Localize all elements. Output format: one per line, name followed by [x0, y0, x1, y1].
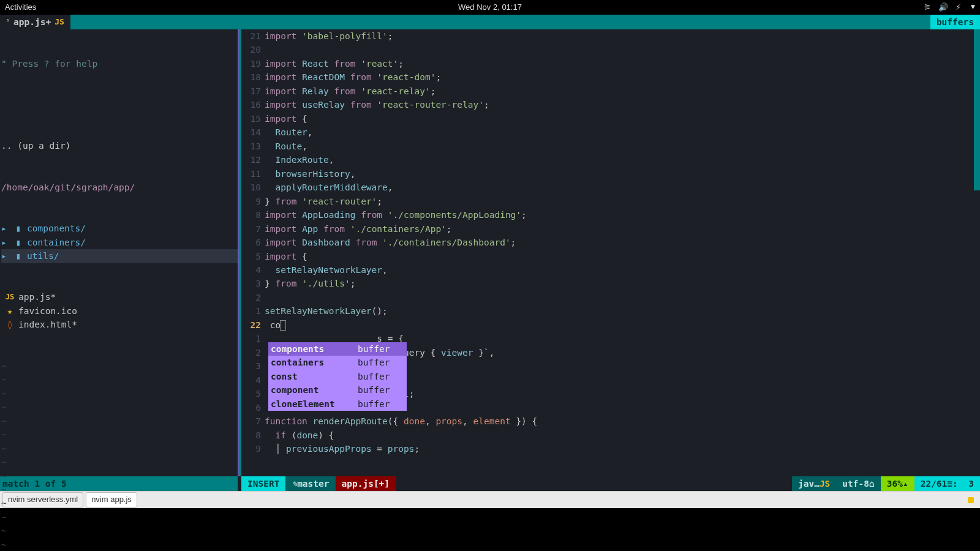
- line-number: 1: [241, 332, 265, 345]
- nerdtree-dir[interactable]: ▸ ▮ containers/: [1, 236, 238, 249]
- line-number: 8: [241, 429, 265, 442]
- code-line[interactable]: 15import {: [241, 112, 980, 126]
- dir-name: utils/: [27, 249, 59, 263]
- code-content: [265, 43, 980, 56]
- code-line[interactable]: 16import useRelay from 'react-router-rel…: [241, 98, 980, 111]
- js-icon: JS: [820, 477, 830, 490]
- code-line[interactable]: 1setRelayNetworkLayer();: [241, 304, 980, 318]
- chevron-right-icon: ▸: [1, 236, 10, 249]
- chevron-up-icon: ▴: [903, 477, 908, 490]
- nerdtree-updir[interactable]: .. (up a dir): [1, 139, 238, 152]
- completion-item[interactable]: componentbuffer: [268, 383, 407, 397]
- empty-line-tilde: ~: [1, 414, 238, 428]
- html-icon: ◊: [1, 318, 18, 331]
- nerdtree-file[interactable]: ★ favicon.ico: [1, 304, 238, 318]
- code-line[interactable]: 17import Relay from 'react-relay';: [241, 84, 980, 98]
- editor-scrollbar[interactable]: [974, 29, 980, 476]
- system-menu-icon[interactable]: ▼: [971, 3, 975, 12]
- nerdtree-dir[interactable]: ▸ ▮ components/: [1, 222, 238, 235]
- completion-kind: buffer: [358, 356, 404, 369]
- nerdtree-dir[interactable]: ▸ ▮ utils/: [1, 249, 238, 263]
- volume-icon[interactable]: 🔊: [938, 1, 948, 13]
- scrollbar-thumb[interactable]: [974, 29, 980, 190]
- code-line[interactable]: 18import ReactDOM from 'react-dom';: [241, 70, 980, 84]
- activities-button[interactable]: Activities: [5, 1, 36, 13]
- line-icon: ≡: [947, 477, 952, 490]
- line-number: 15: [241, 112, 265, 126]
- tab-index: ¹: [6, 17, 10, 27]
- completion-popup[interactable]: componentsbuffercontainersbufferconstbuf…: [268, 342, 407, 411]
- clock[interactable]: Wed Nov 2, 01:17: [458, 1, 522, 13]
- code-content: function renderAppRoute({ done, props, e…: [265, 414, 980, 428]
- code-line[interactable]: 4 setRelayNetworkLayer,: [241, 263, 980, 277]
- wifi-icon[interactable]: ⚞: [924, 1, 931, 13]
- empty-line-tilde: ~: [1, 442, 238, 455]
- encoding-status: utf-8 ⌂: [836, 476, 880, 491]
- bell-indicator-icon: [968, 497, 974, 503]
- code-line[interactable]: 21import 'babel-polyfill';: [241, 29, 980, 43]
- nerdtree-root-path: /home/oak/git/sgraph/app/: [1, 181, 238, 194]
- code-content: applyRouterMiddleware,: [265, 181, 980, 194]
- code-line[interactable]: 6import Dashboard from './containers/Das…: [241, 236, 980, 249]
- chevron-right-icon: ▸: [1, 249, 10, 263]
- line-number: 14: [241, 126, 265, 139]
- completion-item[interactable]: componentsbuffer: [268, 342, 407, 356]
- code-line[interactable]: 9} from 'react-router';: [241, 195, 980, 208]
- star-icon: ★: [1, 304, 18, 318]
- git-branch: ✎ master: [285, 476, 335, 491]
- tab-filename: app.js+: [13, 15, 51, 29]
- nerdtree-file[interactable]: ◊ index.html*: [1, 318, 238, 331]
- editor-pane[interactable]: 21import 'babel-polyfill';2019import Rea…: [241, 29, 980, 476]
- code-content: │ previousAppProps = props;: [265, 442, 980, 455]
- line-number: 5: [241, 250, 265, 263]
- battery-icon[interactable]: ⚡: [956, 1, 961, 13]
- line-number: 1: [241, 304, 265, 318]
- cursor: [280, 320, 286, 331]
- completion-item[interactable]: constbuffer: [268, 370, 407, 383]
- empty-line-tilde: ~: [1, 387, 238, 400]
- completion-kind: buffer: [358, 397, 404, 411]
- code-line[interactable]: 11 browserHistory,: [241, 167, 980, 181]
- completion-item[interactable]: cloneElementbuffer: [268, 397, 407, 411]
- nerdtree-file[interactable]: JS app.js*: [1, 290, 238, 304]
- code-line[interactable]: 3} from './utils';: [241, 277, 980, 290]
- folder-icon: ▮: [10, 236, 27, 249]
- code-line[interactable]: 7function renderAppRoute({ done, props, …: [241, 414, 980, 428]
- code-line[interactable]: 9 │ previousAppProps = props;: [241, 442, 980, 455]
- js-icon: JS: [55, 16, 64, 28]
- code-line[interactable]: 12 IndexRoute,: [241, 153, 980, 167]
- buffers-button[interactable]: buffers: [930, 15, 980, 29]
- dir-name: containers/: [27, 236, 86, 249]
- code-content: import useRelay from 'react-router-relay…: [265, 98, 980, 111]
- completion-item[interactable]: containersbuffer: [268, 356, 407, 369]
- code-line[interactable]: 8import AppLoading from './components/Ap…: [241, 208, 980, 222]
- empty-line-tilde: ~: [1, 400, 238, 414]
- empty-line-tilde: ~: [1, 470, 238, 483]
- code-line[interactable]: 19import React from 'react';: [241, 57, 980, 70]
- line-number: 9: [241, 195, 265, 208]
- folder-icon: ▮: [10, 222, 27, 235]
- code-content: Router,: [265, 126, 980, 139]
- nerdtree-sidebar[interactable]: " Press ? for help .. (up a dir) /home/o…: [0, 29, 238, 476]
- line-number: 6: [241, 401, 265, 414]
- folder-icon: ▮: [10, 249, 27, 263]
- code-content: Route,: [265, 140, 980, 153]
- code-line[interactable]: 7import App from './containers/App';: [241, 222, 980, 236]
- code-line[interactable]: 10 applyRouterMiddleware,: [241, 181, 980, 194]
- tab-active[interactable]: ¹app.js+ JS: [0, 15, 70, 29]
- code-line[interactable]: 8 if (done) {: [241, 429, 980, 442]
- code-line[interactable]: 13 Route,: [241, 140, 980, 153]
- empty-line-tilde: ~: [1, 373, 238, 386]
- code-line[interactable]: 2: [241, 291, 980, 304]
- code-line[interactable]: 5import {: [241, 250, 980, 263]
- code-line[interactable]: 14 Router,: [241, 126, 980, 139]
- empty-line-tilde: ~: [1, 538, 238, 551]
- code-line[interactable]: 22 co: [241, 318, 980, 332]
- unix-icon: ⌂: [869, 477, 875, 490]
- code-content: import Relay from 'react-relay';: [265, 84, 980, 98]
- code-line[interactable]: 20: [241, 43, 980, 56]
- line-number: 3: [241, 359, 265, 373]
- mode-indicator: INSERT: [241, 476, 285, 491]
- nerdtree-help: " Press ? for help: [1, 57, 238, 70]
- line-number: 4: [241, 373, 265, 387]
